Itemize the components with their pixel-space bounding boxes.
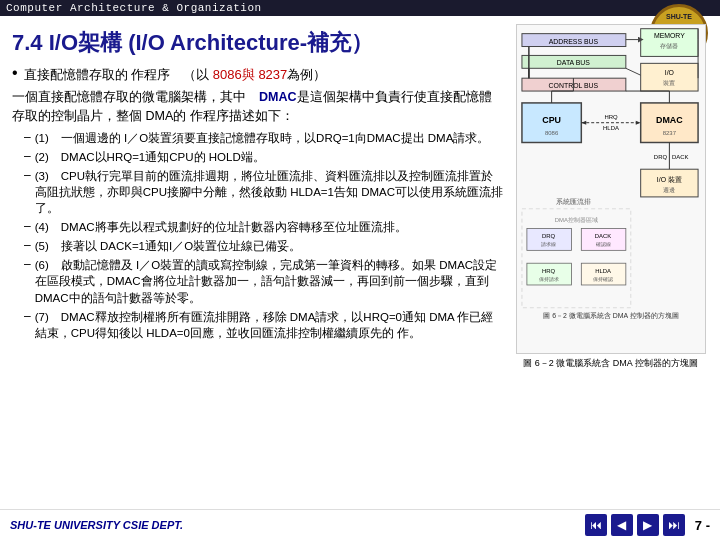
svg-text:I/O: I/O <box>664 69 674 76</box>
list-dash: – <box>24 219 31 233</box>
intro-paragraph: 一個直接配憶體存取的微電腦架構，其中 DMAC是這個架構中負責行使直接配憶體存取… <box>12 88 503 126</box>
svg-text:存儲器: 存儲器 <box>660 43 678 49</box>
nav-prev-button[interactable]: ◀ <box>611 514 633 536</box>
svg-text:ADDRESS BUS: ADDRESS BUS <box>548 38 598 45</box>
page-title: 7.4 I/O架構 (I/O Architecture-補充） <box>12 28 503 58</box>
svg-text:請求線: 請求線 <box>541 241 556 247</box>
svg-text:HLDA: HLDA <box>595 268 611 274</box>
bullet-dot: • <box>12 64 18 82</box>
svg-text:DRQ: DRQ <box>653 154 667 160</box>
svg-text:HRQ: HRQ <box>604 114 618 120</box>
list-item: – (7) DMAC釋放控制權將所有匯流排開路，移除 DMA請求，以HRQ=0通… <box>24 309 503 341</box>
diagram-svg: ADDRESS BUS MEMORY 存儲器 DATA BUS I/O 裝置 <box>517 25 705 353</box>
svg-text:DMAC: DMAC <box>656 115 683 125</box>
diagram-area: ADDRESS BUS MEMORY 存儲器 DATA BUS I/O 裝置 <box>516 24 706 354</box>
list-item: – (6) 啟動記憶體及 I／O裝置的讀或寫控制線，完成第一筆資料的轉移。如果 … <box>24 257 503 305</box>
svg-text:裝置: 裝置 <box>663 80 675 86</box>
svg-rect-43 <box>521 209 630 308</box>
list-dash: – <box>24 238 31 252</box>
page-number: 7 - <box>695 518 710 533</box>
svg-text:DMA控制器區域: DMA控制器區域 <box>554 217 597 223</box>
svg-text:MEMORY: MEMORY <box>653 32 684 39</box>
list-item: – (3) CPU執行完單目前的匯流排週期，將位址匯流排、資料匯流排以及控制匯流… <box>24 168 503 216</box>
svg-text:DACK: DACK <box>594 233 611 239</box>
sub-items-list: – (1) 一個週邊的 I／O裝置須要直接記憶體存取時，以DRQ=1向DMAC提… <box>24 130 503 341</box>
list-dash: – <box>24 309 31 323</box>
nav-next-button[interactable]: ▶ <box>637 514 659 536</box>
right-column: ADDRESS BUS MEMORY 存儲器 DATA BUS I/O 裝置 <box>513 24 708 370</box>
svg-line-11 <box>625 68 640 75</box>
svg-text:確認線: 確認線 <box>594 241 610 247</box>
list-dash: – <box>24 257 31 271</box>
svg-text:HLDA: HLDA <box>603 125 619 131</box>
svg-text:DRQ: DRQ <box>542 233 556 239</box>
header-title: Computer Architecture & Organization <box>6 2 262 14</box>
svg-text:CPU: CPU <box>542 115 561 125</box>
svg-text:週邊: 週邊 <box>663 187 675 193</box>
bullet-main-text: 直接配憶體存取的 作程序 （以 8086與 8237為例） <box>24 66 327 84</box>
list-item-text: (4) DMAC將事先以程式規劃好的位址計數器內容轉移至位址匯流排。 <box>35 219 407 235</box>
list-item: – (1) 一個週邊的 I／O裝置須要直接記憶體存取時，以DRQ=1向DMAC提… <box>24 130 503 146</box>
list-item-text: (7) DMAC釋放控制權將所有匯流排開路，移除 DMA請求，以HRQ=0通知 … <box>35 309 503 341</box>
list-dash: – <box>24 130 31 144</box>
footer-university: SHU-TE UNIVERSITY CSIE DEPT. <box>10 519 183 531</box>
svg-text:保持請求: 保持請求 <box>538 276 558 282</box>
bullet-section: • 直接配憶體存取的 作程序 （以 8086與 8237為例） <box>12 66 503 84</box>
list-item-text: (5) 接著以 DACK=1通知I／O裝置位址線已備妥。 <box>35 238 301 254</box>
list-item-text: (2) DMAC以HRQ=1通知CPU的 HOLD端。 <box>35 149 265 165</box>
svg-text:保持確認: 保持確認 <box>593 276 613 282</box>
list-dash: – <box>24 149 31 163</box>
footer: SHU-TE UNIVERSITY CSIE DEPT. ⏮ ◀ ▶ ⏭ 7 - <box>0 509 720 540</box>
svg-text:I/O 裝置: I/O 裝置 <box>656 176 681 183</box>
svg-text:HRQ: HRQ <box>542 268 556 274</box>
svg-marker-28 <box>635 121 640 125</box>
list-item-text: (3) CPU執行完單目前的匯流排週期，將位址匯流排、資料匯流排以及控制匯流排置… <box>35 168 503 216</box>
list-item: – (5) 接著以 DACK=1通知I／O裝置位址線已備妥。 <box>24 238 503 254</box>
list-item-text: (1) 一個週邊的 I／O裝置須要直接記憶體存取時，以DRQ=1向DMAC提出 … <box>35 130 490 146</box>
svg-rect-8 <box>640 63 697 91</box>
svg-text:系統匯流排: 系統匯流排 <box>555 198 590 205</box>
list-dash: – <box>24 168 31 182</box>
main-content: 7.4 I/O架構 (I/O Architecture-補充） • 直接配憶體存… <box>0 16 720 378</box>
figure-caption: 圖 6－2 微電腦系統含 DMA 控制器的方塊圖 <box>516 358 706 370</box>
nav-last-button[interactable]: ⏭ <box>663 514 685 536</box>
footer-navigation: ⏮ ◀ ▶ ⏭ 7 - <box>585 514 710 536</box>
list-item-text: (6) 啟動記憶體及 I／O裝置的讀或寫控制線，完成第一筆資料的轉移。如果 DM… <box>35 257 503 305</box>
nav-first-button[interactable]: ⏮ <box>585 514 607 536</box>
left-column: 7.4 I/O架構 (I/O Architecture-補充） • 直接配憶體存… <box>12 24 503 370</box>
svg-text:8086: 8086 <box>545 130 559 136</box>
list-item: – (4) DMAC將事先以程式規劃好的位址計數器內容轉移至位址匯流排。 <box>24 219 503 235</box>
svg-text:圖 6－2 微電腦系統含 DMA 控制器的方塊圖: 圖 6－2 微電腦系統含 DMA 控制器的方塊圖 <box>543 312 678 320</box>
svg-text:DATA BUS: DATA BUS <box>556 59 590 66</box>
svg-text:DACK: DACK <box>672 154 689 160</box>
header-bar: Computer Architecture & Organization <box>0 0 720 16</box>
list-item: – (2) DMAC以HRQ=1通知CPU的 HOLD端。 <box>24 149 503 165</box>
svg-marker-29 <box>581 121 586 125</box>
svg-text:8237: 8237 <box>662 130 675 136</box>
